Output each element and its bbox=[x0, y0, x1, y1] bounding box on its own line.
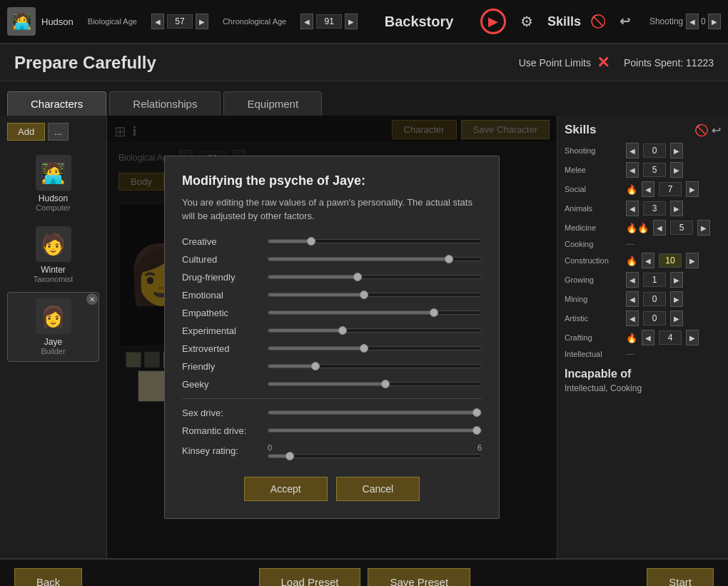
start-button[interactable]: Start bbox=[647, 568, 714, 587]
skill-decrement-medicine[interactable]: ◀ bbox=[653, 220, 666, 236]
top-bar-avatar: 🧑‍💻 bbox=[7, 7, 36, 36]
trait-row-drug-friendly: Drug-friendly bbox=[182, 272, 482, 283]
sex-drive-slider[interactable] bbox=[268, 410, 482, 415]
bio-age-header-label: Biological Age bbox=[88, 17, 137, 26]
fire-icon-medicine: 🔥🔥 bbox=[626, 223, 649, 233]
save-preset-button[interactable]: Save Preset bbox=[368, 568, 470, 587]
skill-val-medicine: 5 bbox=[670, 221, 693, 235]
skill-name-social: Social bbox=[565, 185, 622, 193]
use-point-limits: Use Point Limits ✕ bbox=[519, 54, 610, 72]
skill-increment-shooting[interactable]: ▶ bbox=[670, 143, 683, 158]
skill-increment-construction[interactable]: ▶ bbox=[686, 253, 699, 268]
bio-age-decrement[interactable]: ◀ bbox=[151, 14, 164, 29]
trait-label-extroverted: Extroverted bbox=[182, 343, 261, 354]
kinsey-slider[interactable] bbox=[268, 454, 482, 458]
page-title: Prepare Carefully bbox=[14, 53, 156, 73]
trait-row-friendly: Friendly bbox=[182, 361, 482, 372]
trait-label-experimental: Experimental bbox=[182, 325, 261, 336]
tab-characters[interactable]: Characters bbox=[7, 91, 106, 116]
trait-slider-emotional[interactable] bbox=[268, 293, 482, 297]
char-role-winter: Taxonomist bbox=[34, 275, 74, 283]
sidebar-item-winter[interactable]: 🧑 Winter Taxonomist bbox=[7, 221, 99, 289]
skill-name-melee: Melee bbox=[565, 166, 622, 174]
use-point-limits-label: Use Point Limits bbox=[519, 57, 591, 69]
skill-increment-crafting[interactable]: ▶ bbox=[686, 330, 699, 345]
chron-age-control: ◀ 91 ▶ bbox=[300, 14, 358, 29]
gear-icon[interactable]: ⚙ bbox=[520, 13, 533, 30]
skill-increment-melee[interactable]: ▶ bbox=[670, 162, 683, 178]
skills-reset-icon[interactable]: 🚫 bbox=[588, 11, 608, 31]
sex-drive-label: Sex drive: bbox=[182, 408, 261, 418]
char-name-hudson: Hudson bbox=[39, 193, 68, 203]
sidebar-item-jaye[interactable]: 👩 Jaye Builder bbox=[7, 292, 99, 362]
load-preset-button[interactable]: Load Preset bbox=[259, 568, 361, 587]
accept-button[interactable]: Accept bbox=[244, 477, 328, 501]
skill-decrement-construction[interactable]: ◀ bbox=[642, 253, 654, 268]
cancel-button[interactable]: Cancel bbox=[336, 477, 420, 501]
back-button[interactable]: Back bbox=[14, 568, 82, 587]
trait-slider-empathetic[interactable] bbox=[268, 310, 482, 315]
tab-equipment[interactable]: Equipment bbox=[223, 91, 322, 116]
trait-slider-extroverted[interactable] bbox=[268, 346, 482, 350]
top-shooting-val: 0 bbox=[701, 16, 706, 26]
incapable-section: Incapable of Intellectual, Cooking bbox=[565, 368, 721, 393]
skill-increment-animals[interactable]: ▶ bbox=[670, 201, 683, 216]
modal-overlay: Modifying the psyche of Jaye: You are ed… bbox=[107, 116, 557, 558]
skill-decrement-melee[interactable]: ◀ bbox=[626, 162, 639, 178]
remove-jaye-button[interactable]: ✕ bbox=[86, 293, 98, 305]
skill-increment-mining[interactable]: ▶ bbox=[670, 291, 683, 307]
skill-increment-growing[interactable]: ▶ bbox=[670, 272, 683, 288]
kinsey-label: Kinsey rating: bbox=[182, 445, 261, 456]
skills-undo-btn[interactable]: ↩ bbox=[712, 123, 721, 137]
header: Prepare Carefully Use Point Limits ✕ Poi… bbox=[0, 44, 728, 81]
skill-increment-social[interactable]: ▶ bbox=[686, 181, 699, 197]
skill-decrement-artistic[interactable]: ◀ bbox=[626, 310, 639, 326]
trait-slider-friendly[interactable] bbox=[268, 364, 482, 368]
skill-name-intellectual: Intellectual bbox=[565, 350, 622, 358]
skill-name-cooking: Cooking bbox=[565, 240, 622, 248]
top-bar-character: 🧑‍💻 Hudson bbox=[7, 7, 74, 36]
char-name-jaye: Jaye bbox=[44, 337, 62, 347]
top-shooting-decrement[interactable]: ◀ bbox=[686, 14, 699, 29]
sidebar: Add ... 🧑‍💻 Hudson Computer 🧑 Winter Tax… bbox=[0, 116, 107, 558]
trait-slider-cultured[interactable] bbox=[268, 257, 482, 261]
bio-age-value: 57 bbox=[167, 14, 193, 29]
trait-label-creative: Creative bbox=[182, 236, 261, 247]
trait-slider-geeky[interactable] bbox=[268, 382, 482, 386]
tab-relationships[interactable]: Relationships bbox=[109, 91, 221, 116]
bio-age-increment[interactable]: ▶ bbox=[196, 14, 208, 29]
top-shooting-label: Shooting bbox=[649, 16, 683, 26]
chron-age-decrement[interactable]: ◀ bbox=[300, 14, 313, 29]
skills-undo-icon[interactable]: ↩ bbox=[615, 11, 635, 31]
trait-slider-drug-friendly[interactable] bbox=[268, 275, 482, 279]
skill-increment-medicine[interactable]: ▶ bbox=[697, 220, 710, 236]
add-character-button[interactable]: Add bbox=[7, 123, 45, 141]
chron-age-increment[interactable]: ▶ bbox=[345, 14, 358, 29]
skill-row-animals: Animals ◀ 3 ▶ bbox=[565, 201, 721, 216]
modal-traits-list: Creative Cultured Dr bbox=[182, 236, 482, 465]
chron-age-header-label: Chronological Age bbox=[223, 17, 286, 26]
romantic-drive-slider[interactable] bbox=[268, 428, 482, 433]
circle-icon-btn[interactable]: ▶ bbox=[480, 9, 506, 34]
skill-name-artistic: Artistic bbox=[565, 314, 622, 323]
skill-decrement-mining[interactable]: ◀ bbox=[626, 291, 639, 307]
points-spent-label: Points Spent: bbox=[624, 57, 683, 69]
use-point-limits-toggle[interactable]: ✕ bbox=[597, 54, 610, 72]
top-shooting-increment[interactable]: ▶ bbox=[708, 14, 721, 29]
char-role-jaye: Builder bbox=[41, 347, 65, 355]
skill-decrement-shooting[interactable]: ◀ bbox=[626, 143, 639, 158]
skill-decrement-social[interactable]: ◀ bbox=[642, 181, 654, 197]
more-options-button[interactable]: ... bbox=[48, 123, 69, 141]
skill-decrement-growing[interactable]: ◀ bbox=[626, 272, 639, 288]
trait-slider-experimental[interactable] bbox=[268, 328, 482, 333]
skill-increment-artistic[interactable]: ▶ bbox=[670, 310, 683, 326]
skill-dash-intellectual: — bbox=[626, 349, 635, 359]
skill-val-social: 7 bbox=[659, 182, 682, 196]
skill-decrement-animals[interactable]: ◀ bbox=[626, 201, 639, 216]
skills-reset-btn[interactable]: 🚫 bbox=[694, 123, 709, 137]
skill-name-medicine: Medicine bbox=[565, 223, 622, 232]
psyche-modal: Modifying the psyche of Jaye: You are ed… bbox=[164, 156, 500, 519]
sidebar-item-hudson[interactable]: 🧑‍💻 Hudson Computer bbox=[7, 149, 99, 218]
skill-decrement-crafting[interactable]: ◀ bbox=[642, 330, 654, 345]
trait-slider-creative[interactable] bbox=[268, 239, 482, 243]
